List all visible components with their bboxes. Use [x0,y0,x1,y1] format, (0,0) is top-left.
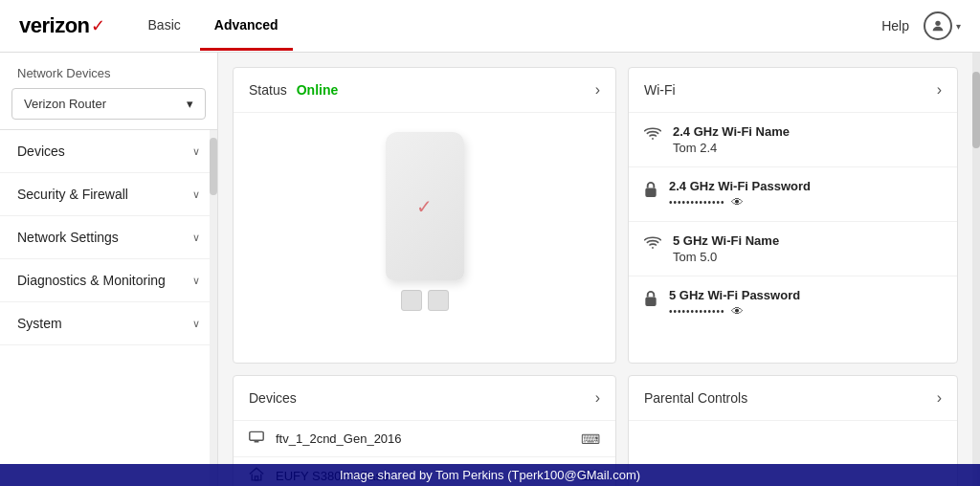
wifi-5-password-info: 5 GHz Wi-Fi Password ••••••••••••• 👁 [669,288,942,319]
dropdown-chevron-icon: ▾ [187,97,193,111]
router-verizon-check: ✓ [416,195,433,218]
wifi-24-password-info: 2.4 GHz Wi-Fi Password ••••••••••••• 👁 [669,179,942,210]
wifi-5-name-icon [644,235,661,253]
dropdown-value: Verizon Router [24,97,106,111]
wifi-5-password-label: 5 GHz Wi-Fi Password [669,288,942,302]
sidebar-item-diagnostics-chevron: ∨ [192,275,200,287]
tab-advanced[interactable]: Advanced [200,2,293,51]
router-image-container: ✓ [234,113,615,325]
sidebar-item-security[interactable]: Security & Firewall ∨ [0,173,217,216]
status-card-chevron-icon[interactable]: › [595,81,600,99]
wifi-5-name-value: Tom 5.0 [673,250,942,264]
wifi-24-password-label: 2.4 GHz Wi-Fi Password [669,179,942,193]
svg-point-3 [652,247,654,249]
user-menu[interactable]: ▾ [924,11,961,40]
parental-card-title: Parental Controls [644,390,747,406]
svg-rect-5 [250,431,263,440]
wifi-5-name-label: 5 GHz Wi-Fi Name [673,233,942,248]
parental-card-header: Parental Controls › [629,376,957,421]
device-action-icon-0[interactable]: ⌨ [581,431,600,447]
svg-point-0 [935,21,940,26]
logo: verizon ✓ [19,13,105,38]
header: verizon ✓ Basic Advanced Help ▾ [0,0,980,53]
logo-text: verizon [19,13,90,38]
devices-card-chevron-icon[interactable]: › [595,389,600,407]
wifi-24-name-label: 2.4 GHz Wi-Fi Name [673,124,942,139]
user-chevron-icon: ▾ [956,21,961,32]
wifi-card: Wi-Fi › 2.4 GHz Wi-Fi Name [628,67,958,364]
svg-point-1 [652,138,654,140]
wifi-24-password-row: ••••••••••••• 👁 [669,195,942,210]
sidebar-scroll-area: Devices ∨ Security & Firewall ∨ Network … [0,130,217,486]
sidebar-item-security-label: Security & Firewall [17,187,128,202]
content-scrollbar-thumb [972,72,980,148]
router-body: ✓ [386,132,464,280]
status-card-status: Online [297,82,339,98]
sidebar-item-network-settings-label: Network Settings [17,230,119,245]
sidebar-scrollbar[interactable] [210,130,217,486]
sidebar-item-diagnostics[interactable]: Diagnostics & Monitoring ∨ [0,259,217,302]
wifi-5-name-info: 5 GHz Wi-Fi Name Tom 5.0 [673,233,942,264]
sidebar-item-system[interactable]: System ∨ [0,302,217,345]
logo-checkmark: ✓ [91,15,105,36]
wifi-item-5-name: 5 GHz Wi-Fi Name Tom 5.0 [629,222,957,276]
wifi-item-24-password: 2.4 GHz Wi-Fi Password ••••••••••••• 👁 [629,167,957,222]
devices-card-header: Devices › [234,376,615,421]
watermark-bar: Image shared by Tom Perkins (Tperk100@GM… [0,464,980,486]
sidebar-item-security-chevron: ∨ [192,188,200,201]
top-cards-row: Status Online › ✓ [233,67,958,364]
sidebar-scrollbar-thumb [210,138,217,195]
wifi-5-password-dots: ••••••••••••• [669,306,725,317]
sidebar-item-diagnostics-label: Diagnostics & Monitoring [17,273,166,288]
network-devices-label: Network Devices [0,53,217,88]
status-card-header-left: Status Online [249,82,338,98]
svg-rect-4 [645,298,656,306]
sidebar-item-devices[interactable]: Devices ∨ [0,130,217,173]
devices-card-title: Devices [249,390,297,406]
status-card: Status Online › ✓ [233,67,616,364]
router-base-btn-1 [401,290,422,311]
device-monitor-icon-0 [249,431,264,447]
wifi-5-password-row: ••••••••••••• 👁 [669,304,942,319]
status-card-header: Status Online › [234,68,615,113]
sidebar-item-system-chevron: ∨ [192,318,200,330]
help-link[interactable]: Help [881,18,909,33]
sidebar-item-network-settings-chevron: ∨ [192,232,200,244]
watermark-text: Image shared by Tom Perkins (Tperk100@GM… [340,468,640,482]
header-right: Help ▾ [881,11,961,40]
svg-rect-2 [645,188,656,197]
sidebar-item-devices-chevron: ∨ [192,145,200,158]
network-devices-dropdown[interactable]: Verizon Router ▾ [11,88,206,120]
wifi-24-name-value: Tom 2.4 [673,141,942,155]
sidebar-item-devices-label: Devices [17,144,65,159]
parental-card-chevron-icon[interactable]: › [937,389,942,407]
wifi-card-header: Wi-Fi › [629,68,957,113]
status-card-title: Status [249,82,287,98]
device-item-0: ftv_1_2cnd_Gen_2016 ⌨ [234,421,615,457]
wifi-24-name-info: 2.4 GHz Wi-Fi Name Tom 2.4 [673,124,942,155]
wifi-5-password-lock-icon [644,290,657,310]
router-base-row [401,290,449,311]
tab-basic[interactable]: Basic [134,2,195,51]
main-content: Network Devices Verizon Router ▾ Devices… [0,53,980,486]
wifi-24-password-dots: ••••••••••••• [669,197,725,208]
content-scrollbar[interactable] [972,53,980,486]
wifi-item-5-password: 5 GHz Wi-Fi Password ••••••••••••• 👁 [629,276,957,330]
wifi-24-password-eye-icon[interactable]: 👁 [731,195,744,210]
wifi-24-password-lock-icon [644,181,657,201]
sidebar: Network Devices Verizon Router ▾ Devices… [0,53,218,486]
user-avatar[interactable] [924,11,952,40]
wifi-card-chevron-icon[interactable]: › [937,81,942,99]
router-base-btn-2 [428,290,449,311]
content-area: Status Online › ✓ [218,53,972,486]
sidebar-item-network-settings[interactable]: Network Settings ∨ [0,216,217,259]
wifi-item-24-name: 2.4 GHz Wi-Fi Name Tom 2.4 [629,113,957,167]
wifi-card-title: Wi-Fi [644,82,676,98]
device-name-0: ftv_1_2cnd_Gen_2016 [276,431,569,446]
nav-tabs: Basic Advanced [134,2,293,51]
wifi-5-password-eye-icon[interactable]: 👁 [731,304,744,319]
sidebar-item-system-label: System [17,316,62,331]
wifi-24-name-icon [644,126,661,144]
